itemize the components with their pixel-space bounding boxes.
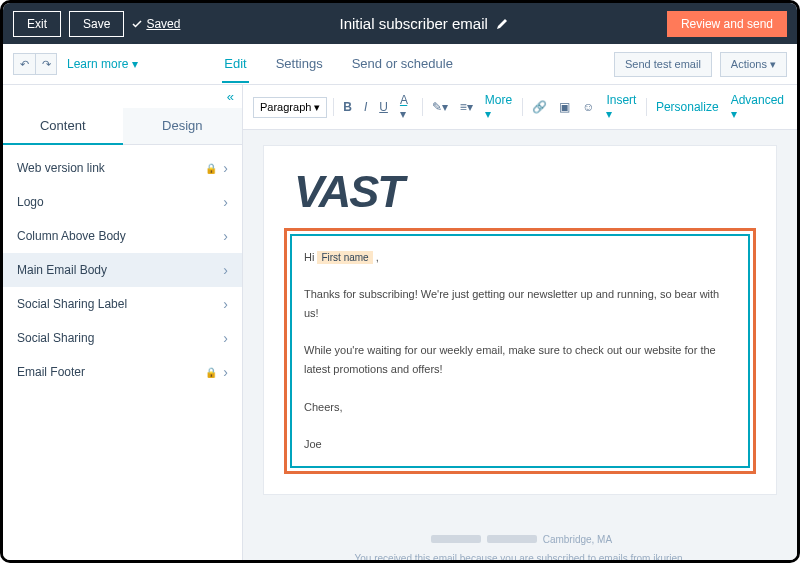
sidebar-tab-content[interactable]: Content — [3, 108, 123, 145]
sidebar-item[interactable]: Main Email Body› — [3, 253, 242, 287]
logo-block[interactable]: VAST — [284, 166, 756, 228]
more-dropdown[interactable]: More ▾ — [482, 91, 517, 123]
highlight-icon[interactable]: ✎▾ — [429, 98, 451, 116]
lock-icon: 🔒 — [205, 367, 217, 378]
tab-send[interactable]: Send or schedule — [350, 46, 455, 83]
redo-button[interactable]: ↷ — [35, 53, 57, 75]
save-button[interactable]: Save — [69, 11, 124, 37]
sidebar-item[interactable]: Logo› — [3, 185, 242, 219]
send-test-button[interactable]: Send test email — [614, 52, 712, 77]
undo-button[interactable]: ↶ — [13, 53, 35, 75]
collapse-sidebar-button[interactable]: « — [3, 85, 242, 108]
sidebar-item[interactable]: Column Above Body› — [3, 219, 242, 253]
check-icon — [132, 19, 142, 29]
chevron-right-icon: › — [223, 160, 228, 176]
italic-icon[interactable]: I — [361, 98, 370, 116]
learn-more-link[interactable]: Learn more ▾ — [67, 57, 138, 71]
sidebar-item[interactable]: Web version link🔒› — [3, 151, 242, 185]
tab-settings[interactable]: Settings — [274, 46, 325, 83]
tab-edit[interactable]: Edit — [222, 46, 248, 83]
main-body-highlight: Hi First name , Thanks for subscribing! … — [284, 228, 756, 474]
personalize-button[interactable]: Personalize — [653, 98, 722, 116]
advanced-dropdown[interactable]: Advanced ▾ — [728, 91, 787, 123]
actions-button[interactable]: Actions ▾ — [720, 52, 787, 77]
chevron-right-icon: › — [223, 262, 228, 278]
sub-bar: ↶ ↷ Learn more ▾ Edit Settings Send or s… — [3, 44, 797, 85]
chevron-right-icon: › — [223, 364, 228, 380]
edit-icon[interactable] — [496, 18, 508, 30]
chevron-right-icon: › — [223, 296, 228, 312]
sidebar-tab-design[interactable]: Design — [123, 108, 243, 145]
link-icon[interactable]: 🔗 — [529, 98, 550, 116]
main-area: « Content Design Web version link🔒›Logo›… — [3, 85, 797, 560]
sidebar-item-label: Email Footer — [17, 365, 85, 379]
underline-icon[interactable]: U — [376, 98, 391, 116]
sidebar-item-label: Social Sharing — [17, 331, 94, 345]
rich-text-toolbar: Paragraph ▾ B I U A ▾ ✎▾ ≡▾ More ▾ 🔗 ▣ ☺… — [243, 85, 797, 130]
bold-icon[interactable]: B — [340, 98, 355, 116]
align-icon[interactable]: ≡▾ — [457, 98, 476, 116]
sidebar-item[interactable]: Social Sharing Label› — [3, 287, 242, 321]
sidebar-item-label: Main Email Body — [17, 263, 107, 277]
text-color-icon[interactable]: A ▾ — [397, 91, 416, 123]
sidebar-list: Web version link🔒›Logo›Column Above Body… — [3, 145, 242, 395]
review-send-button[interactable]: Review and send — [667, 11, 787, 37]
email-preview: VAST Hi First name , Thanks for subscrib… — [263, 145, 777, 495]
main-tabs: Edit Settings Send or schedule — [222, 46, 455, 83]
chevron-right-icon: › — [223, 330, 228, 346]
sidebar-item[interactable]: Social Sharing› — [3, 321, 242, 355]
paragraph-select[interactable]: Paragraph ▾ — [253, 97, 327, 118]
image-icon[interactable]: ▣ — [556, 98, 573, 116]
top-bar: Exit Save Saved Initial subscriber email… — [3, 3, 797, 44]
emoji-icon[interactable]: ☺ — [579, 98, 597, 116]
chevron-right-icon: › — [223, 228, 228, 244]
sidebar-item-label: Column Above Body — [17, 229, 126, 243]
saved-indicator: Saved — [132, 17, 180, 31]
exit-button[interactable]: Exit — [13, 11, 61, 37]
main-body-editor[interactable]: Hi First name , Thanks for subscribing! … — [290, 234, 750, 468]
email-footer: Cambridge, MA You received this email be… — [243, 510, 797, 560]
lock-icon: 🔒 — [205, 163, 217, 174]
insert-dropdown[interactable]: Insert ▾ — [603, 91, 640, 123]
sidebar-item[interactable]: Email Footer🔒› — [3, 355, 242, 389]
personalization-token[interactable]: First name — [317, 251, 372, 264]
chevron-right-icon: › — [223, 194, 228, 210]
editor-canvas: Paragraph ▾ B I U A ▾ ✎▾ ≡▾ More ▾ 🔗 ▣ ☺… — [243, 85, 797, 560]
sidebar-item-label: Social Sharing Label — [17, 297, 127, 311]
sidebar: « Content Design Web version link🔒›Logo›… — [3, 85, 243, 560]
page-title: Initial subscriber email — [188, 15, 659, 32]
undo-redo: ↶ ↷ — [13, 53, 57, 75]
sidebar-item-label: Logo — [17, 195, 44, 209]
sidebar-item-label: Web version link — [17, 161, 105, 175]
sidebar-tabs: Content Design — [3, 108, 242, 145]
